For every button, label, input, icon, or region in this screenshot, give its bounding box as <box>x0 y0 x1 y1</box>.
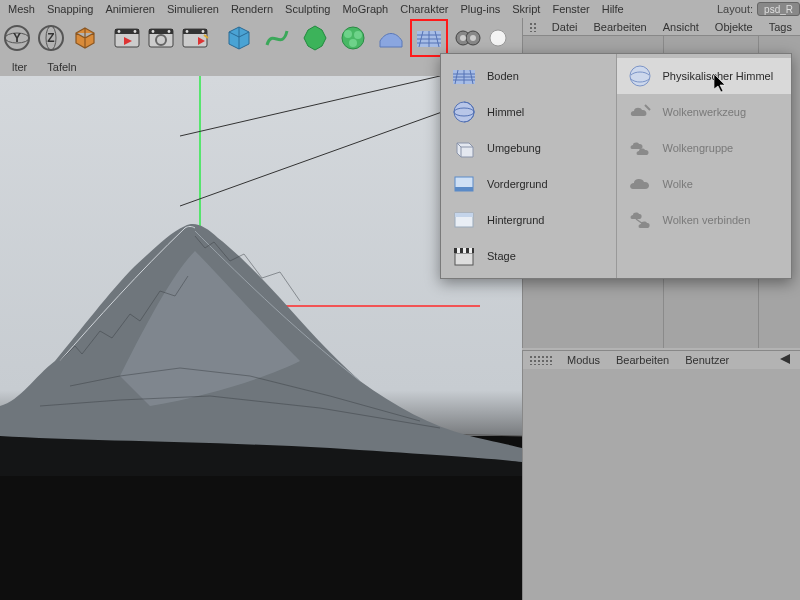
popup-column-right: Physikalischer HimmelWolkenwerkzeugWolke… <box>616 54 792 278</box>
cube-button[interactable] <box>68 22 102 54</box>
popup-item-cloud-tool: Wolkenwerkzeug <box>617 94 792 130</box>
svg-point-34 <box>460 35 466 41</box>
svg-point-18 <box>186 30 189 33</box>
popup-item-label: Wolkengruppe <box>663 142 734 154</box>
popup-column-left: BodenHimmelUmgebungVordergrundHintergrun… <box>441 54 616 278</box>
menu-item[interactable]: Mesh <box>2 0 41 18</box>
layout-selector[interactable]: psd_R <box>757 2 800 16</box>
svg-point-19 <box>202 30 205 33</box>
popup-item-label: Hintergrund <box>487 214 544 226</box>
main-toolbar: Y Z <box>0 18 522 58</box>
primitive-cube-button[interactable] <box>220 22 258 54</box>
menu-item[interactable]: Snapping <box>41 0 100 18</box>
svg-point-8 <box>118 30 121 33</box>
popup-item-label: Wolkenwerkzeug <box>663 106 747 118</box>
sphere-sky-icon <box>451 99 477 125</box>
svg-rect-60 <box>469 248 472 253</box>
scene-floor-button[interactable] <box>410 19 448 57</box>
cloud-connect-icon <box>627 207 653 233</box>
svg-rect-58 <box>457 248 460 253</box>
svg-point-9 <box>134 30 137 33</box>
popup-item-box[interactable]: Umgebung <box>441 130 616 166</box>
menu-item[interactable]: Charakter <box>394 0 454 18</box>
popup-item-cloud-connect: Wolken verbinden <box>617 202 792 238</box>
popup-item-label: Wolke <box>663 178 693 190</box>
layout-label: Layout: <box>717 3 757 15</box>
popup-item-label: Wolken verbinden <box>663 214 751 226</box>
popup-item-clapper[interactable]: Stage <box>441 238 616 274</box>
popup-item-label: Physikalischer Himmel <box>663 70 774 82</box>
popup-item-label: Vordergrund <box>487 178 548 190</box>
scene-objects-popup: BodenHimmelUmgebungVordergrundHintergrun… <box>440 53 792 279</box>
popup-item-plane-bg[interactable]: Hintergrund <box>441 202 616 238</box>
cloud-group-icon <box>627 135 653 161</box>
popup-item-label: Himmel <box>487 106 524 118</box>
popup-item-label: Umgebung <box>487 142 541 154</box>
obj-menu-item[interactable]: Datei <box>544 21 586 33</box>
menu-item[interactable]: Animieren <box>99 0 161 18</box>
menu-item[interactable]: Fenster <box>546 0 595 18</box>
filterbar-item[interactable]: Tafeln <box>37 61 86 73</box>
popup-item-plane-fg[interactable]: Vordergrund <box>441 166 616 202</box>
menu-item[interactable]: Plug-ins <box>455 0 507 18</box>
spline-button[interactable] <box>258 22 296 54</box>
phys-sky-icon <box>627 63 653 89</box>
panel-grip-icon[interactable] <box>529 22 538 32</box>
svg-text:Y: Y <box>13 31 21 45</box>
menu-item[interactable]: Rendern <box>225 0 279 18</box>
svg-text:Z: Z <box>47 31 54 45</box>
svg-point-22 <box>344 30 352 38</box>
environment-extra-button[interactable] <box>372 22 410 54</box>
svg-point-24 <box>349 39 357 47</box>
popup-item-phys-sky[interactable]: Physikalischer Himmel <box>617 58 792 94</box>
popup-item-sphere-sky[interactable]: Himmel <box>441 94 616 130</box>
render-settings-button[interactable] <box>144 22 178 54</box>
cloud-tool-icon <box>627 99 653 125</box>
svg-rect-59 <box>463 248 466 253</box>
svg-point-36 <box>490 30 506 46</box>
menu-item[interactable]: Hilfe <box>596 0 630 18</box>
obj-menu-item[interactable]: Bearbeiten <box>586 21 655 33</box>
svg-point-14 <box>168 30 171 33</box>
svg-point-13 <box>152 30 155 33</box>
svg-rect-56 <box>455 253 473 265</box>
popup-item-cloud: Wolke <box>617 166 792 202</box>
box-icon <box>451 135 477 161</box>
light-button[interactable] <box>486 22 510 54</box>
svg-point-23 <box>354 31 362 39</box>
deformer-button[interactable] <box>334 22 372 54</box>
plane-bg-icon <box>451 207 477 233</box>
popup-item-cloud-group: Wolkengruppe <box>617 130 792 166</box>
axis-y-button[interactable]: Y <box>0 22 34 54</box>
filterbar-item[interactable]: lter <box>2 61 37 73</box>
panel-grip-icon[interactable] <box>529 355 553 365</box>
svg-line-62 <box>645 105 650 110</box>
obj-menu-item[interactable]: Ansicht <box>655 21 707 33</box>
svg-rect-55 <box>455 213 473 217</box>
svg-marker-20 <box>304 26 326 50</box>
camera-button[interactable] <box>448 22 486 54</box>
menu-item[interactable]: Simulieren <box>161 0 225 18</box>
svg-rect-53 <box>455 187 473 191</box>
menu-item[interactable]: Sculpting <box>279 0 336 18</box>
popup-item-label: Stage <box>487 250 516 262</box>
attr-menu-item[interactable]: Modus <box>559 354 608 366</box>
attr-menu-item[interactable]: Benutzer <box>677 354 737 366</box>
object-manager-menubar: Datei Bearbeiten Ansicht Objekte Tags <box>523 18 800 36</box>
back-arrow-icon[interactable] <box>780 354 794 366</box>
axis-z-button[interactable]: Z <box>34 22 68 54</box>
render-queue-button[interactable] <box>178 22 212 54</box>
svg-point-61 <box>630 66 650 86</box>
render-view-button[interactable] <box>110 22 144 54</box>
popup-item-floor[interactable]: Boden <box>441 58 616 94</box>
menu-item[interactable]: MoGraph <box>336 0 394 18</box>
obj-menu-item[interactable]: Tags <box>761 21 800 33</box>
generator-button[interactable] <box>296 22 334 54</box>
floor-icon <box>451 63 477 89</box>
filter-bar: lter Tafeln <box>0 58 87 76</box>
menu-item[interactable]: Skript <box>506 0 546 18</box>
attribute-manager: Modus Bearbeiten Benutzer <box>522 350 800 600</box>
obj-menu-item[interactable]: Objekte <box>707 21 761 33</box>
main-menubar: Mesh Snapping Animieren Simulieren Rende… <box>0 0 800 18</box>
attr-menu-item[interactable]: Bearbeiten <box>608 354 677 366</box>
